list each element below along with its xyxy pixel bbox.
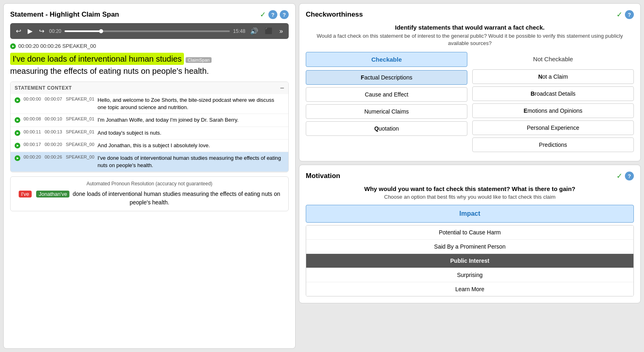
right-panel: Checkworthiness ✓ ? Identify statements … bbox=[299, 3, 641, 349]
volume-button[interactable]: 🔊 bbox=[249, 26, 260, 36]
cw-check-icon: ✓ bbox=[616, 10, 622, 19]
motivation-check-icon: ✓ bbox=[616, 172, 622, 180]
predictions-button[interactable]: Predictions bbox=[472, 137, 634, 152]
cw-description: Identify statements that would warrant a… bbox=[306, 24, 634, 47]
rewind-button[interactable]: ↩ bbox=[14, 26, 23, 36]
continuation-text: measuring the effects of eating nuts on … bbox=[10, 67, 209, 75]
table-row: 00:00:20 00:00:26 SPEAKER_00 I've done l… bbox=[11, 152, 288, 172]
cw-heading: Identify statements that would warrant a… bbox=[306, 24, 634, 31]
motivation-body: Choose an option that best fits why you … bbox=[306, 194, 634, 200]
prominent-person-button[interactable]: Said By a Prominent Person bbox=[306, 240, 633, 254]
not-a-claim-button[interactable]: Not a Claim bbox=[472, 69, 634, 84]
motivation-card: Motivation ✓ ? Why would you want to fac… bbox=[299, 165, 641, 303]
not-checkable-label: Not Checkable bbox=[472, 52, 634, 66]
claim-tag: ClaimSpan bbox=[186, 57, 212, 63]
impact-button[interactable]: Impact bbox=[306, 205, 634, 223]
pronoun-continuation: done loads of interventional human studi… bbox=[73, 191, 280, 206]
row-text: And today's subject is nuts. bbox=[97, 129, 161, 137]
broadcast-details-button[interactable]: Broadcast Details bbox=[472, 86, 634, 101]
left-header-icons: ✓ ? ? bbox=[260, 10, 289, 19]
quotation-button[interactable]: Quotation bbox=[306, 121, 467, 136]
checkable-main-button[interactable]: Checkable bbox=[306, 52, 467, 67]
motivation-heading: Why would you want to fact check this st… bbox=[306, 185, 634, 192]
numerical-claims-button[interactable]: Numerical Claims bbox=[306, 104, 467, 119]
row-play-dot[interactable] bbox=[15, 117, 20, 123]
pronoun-section: Automated Pronoun Resolution (accuracy n… bbox=[10, 176, 289, 211]
check-icon: ✓ bbox=[260, 10, 266, 19]
total-time: 15:48 bbox=[233, 28, 245, 34]
motivation-sub-buttons: Potential to Cause Harm Said By a Promin… bbox=[306, 225, 634, 296]
row-text: And Jonathan, this is a subject I absolu… bbox=[97, 142, 210, 149]
personal-experience-button[interactable]: Personal Experience bbox=[472, 120, 634, 135]
audio-progress-thumb bbox=[99, 29, 103, 33]
left-panel-header: Statement - Highlight Claim Span ✓ ? ? bbox=[10, 10, 289, 19]
cw-help-button[interactable]: ? bbox=[625, 10, 634, 19]
cw-body: Would a fact check on this statement be … bbox=[306, 32, 634, 47]
row-play-dot[interactable] bbox=[15, 155, 20, 161]
potential-harm-button[interactable]: Potential to Cause Harm bbox=[306, 225, 633, 240]
checkworthiness-card: Checkworthiness ✓ ? Identify statements … bbox=[299, 3, 641, 161]
audio-progress-bar[interactable] bbox=[65, 30, 230, 32]
row-timestamps: 00:00:11 00:00:13 SPEAKER_01 bbox=[24, 129, 94, 134]
left-panel-title: Statement - Highlight Claim Span bbox=[10, 11, 119, 19]
table-row: 00:00:00 00:00:07 SPEAKER_01 Hello, and … bbox=[11, 94, 288, 114]
row-play-dot[interactable] bbox=[15, 97, 20, 103]
checkable-column: Checkable Factual Descriptions Cause and… bbox=[306, 52, 467, 155]
table-row: 00:00:11 00:00:13 SPEAKER_01 And today's… bbox=[11, 127, 288, 140]
highlighted-transcript: I've done loads of interventional human … bbox=[10, 53, 289, 77]
learn-more-button[interactable]: Learn More bbox=[306, 282, 633, 296]
checkworthiness-header-icons: ✓ ? bbox=[616, 10, 634, 19]
context-section: STATEMENT CONTEXT − 00:00:00 00:00:07 SP… bbox=[10, 82, 289, 172]
motivation-description: Why would you want to fact check this st… bbox=[306, 185, 634, 200]
not-checkable-column: Not Checkable Not a Claim Broadcast Deta… bbox=[472, 52, 634, 155]
help-button-1[interactable]: ? bbox=[268, 10, 277, 19]
pronoun-tag-green: Jonathan've bbox=[36, 191, 69, 197]
pronoun-label: Automated Pronoun Resolution (accuracy n… bbox=[15, 181, 284, 187]
row-timestamps: 00:00:17 00:00:20 SPEAKER_00 bbox=[24, 142, 94, 147]
speaker-play-dot[interactable] bbox=[10, 43, 16, 49]
play-button[interactable]: ▶ bbox=[26, 26, 34, 36]
motivation-title: Motivation bbox=[306, 172, 340, 180]
cw-columns: Checkable Factual Descriptions Cause and… bbox=[306, 52, 634, 155]
checkable-column-title: Checkable bbox=[306, 52, 467, 67]
audio-progress-fill bbox=[65, 30, 101, 32]
surprising-button[interactable]: Surprising bbox=[306, 268, 633, 282]
pronoun-tag-red: I've bbox=[19, 191, 32, 197]
row-text: I've done loads of interventional human … bbox=[97, 155, 284, 169]
context-rows: 00:00:00 00:00:07 SPEAKER_01 Hello, and … bbox=[11, 94, 288, 172]
table-row: 00:00:17 00:00:20 SPEAKER_00 And Jonatha… bbox=[11, 140, 288, 152]
row-play-dot[interactable] bbox=[15, 130, 20, 136]
public-interest-button[interactable]: Public Interest bbox=[306, 254, 633, 268]
captions-button[interactable]: ⬛ bbox=[263, 26, 274, 36]
checkworthiness-title: Checkworthiness bbox=[306, 11, 363, 19]
audio-player: ↩ ▶ ↪ 00:20 15:48 🔊 ⬛ » bbox=[10, 23, 289, 39]
not-checkable-column-title: Not Checkable bbox=[472, 52, 634, 66]
highlighted-text: I've done loads of interventional human … bbox=[10, 53, 184, 65]
table-row: 00:00:08 00:00:10 SPEAKER_01 I'm Jonatha… bbox=[11, 114, 288, 127]
more-button[interactable]: » bbox=[278, 27, 285, 36]
row-text: Hello, and welcome to Zoe Shorts, the bi… bbox=[97, 97, 284, 111]
factual-descriptions-button[interactable]: Factual Descriptions bbox=[306, 70, 467, 85]
left-panel: Statement - Highlight Claim Span ✓ ? ? ↩… bbox=[3, 3, 296, 349]
motivation-header: Motivation ✓ ? bbox=[306, 172, 634, 180]
row-play-dot[interactable] bbox=[15, 143, 20, 148]
pronoun-text: I've Jonathan've done loads of intervent… bbox=[15, 190, 284, 207]
transcript-speaker-line: 00:00:20 00:00:26 SPEAKER_00 bbox=[10, 43, 289, 49]
fast-forward-button[interactable]: ↪ bbox=[37, 26, 46, 36]
row-text: I'm Jonathan Wolfe, and today I'm joined… bbox=[97, 116, 238, 124]
checkworthiness-header: Checkworthiness ✓ ? bbox=[306, 10, 634, 19]
motivation-help-button[interactable]: ? bbox=[625, 172, 634, 180]
row-timestamps: 00:00:08 00:00:10 SPEAKER_01 bbox=[24, 116, 94, 121]
context-section-title: STATEMENT CONTEXT bbox=[15, 85, 72, 91]
transcript-speaker-info: 00:00:20 00:00:26 SPEAKER_00 bbox=[18, 43, 96, 49]
current-time: 00:20 bbox=[49, 28, 61, 34]
context-header: STATEMENT CONTEXT − bbox=[11, 82, 288, 94]
help-button-2[interactable]: ? bbox=[280, 10, 289, 19]
row-timestamps: 00:00:20 00:00:26 SPEAKER_00 bbox=[24, 155, 94, 159]
row-timestamps: 00:00:00 00:00:07 SPEAKER_01 bbox=[24, 97, 94, 101]
motivation-header-icons: ✓ ? bbox=[616, 172, 634, 180]
cause-and-effect-button[interactable]: Cause and Effect bbox=[306, 87, 467, 102]
collapse-context-button[interactable]: − bbox=[280, 84, 284, 92]
emotions-and-opinions-button[interactable]: Emotions and Opinions bbox=[472, 103, 634, 118]
